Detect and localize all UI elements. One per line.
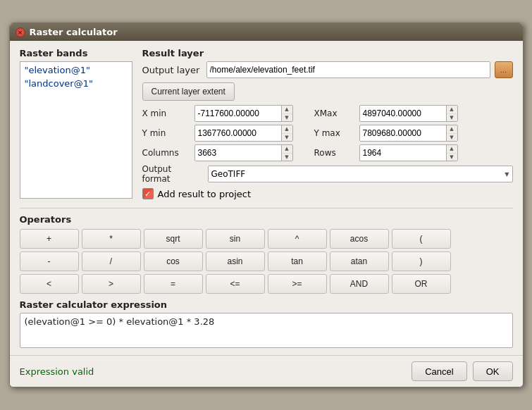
close-button[interactable]: × xyxy=(16,27,25,37)
op-lt[interactable]: < xyxy=(20,274,79,294)
rows-arrows: ▲ ▼ xyxy=(446,144,457,161)
output-layer-row: Output layer … xyxy=(142,61,513,78)
op-or[interactable]: OR xyxy=(392,274,451,294)
ymax-arrows: ▲ ▼ xyxy=(446,125,457,142)
divider-1 xyxy=(20,208,513,209)
operators-label: Operators xyxy=(20,214,513,225)
op-sin[interactable]: sin xyxy=(206,229,265,249)
op-multiply[interactable]: * xyxy=(82,229,141,249)
raster-bands-panel: Raster bands "elevation@1" "landcover@1" xyxy=(20,48,132,202)
add-result-row: ✓ Add result to project xyxy=(142,188,513,199)
op-cos[interactable]: cos xyxy=(144,251,203,271)
operators-section: Operators + * sqrt sin ^ acos ( - / cos … xyxy=(20,214,513,294)
ymax-down[interactable]: ▼ xyxy=(447,134,457,142)
op-atan[interactable]: atan xyxy=(330,251,389,271)
columns-up[interactable]: ▲ xyxy=(282,144,292,154)
ymin-down[interactable]: ▼ xyxy=(282,134,292,142)
expression-label: Raster calculator expression xyxy=(20,299,513,310)
op-caret[interactable]: ^ xyxy=(268,229,327,249)
op-gte[interactable]: >= xyxy=(268,274,327,294)
ymin-spinbox[interactable]: ▲ ▼ xyxy=(194,125,293,142)
format-row: Output format GeoTIFF ▼ xyxy=(142,164,513,184)
xmax-input[interactable] xyxy=(360,108,446,118)
ycoord-row: Y min ▲ ▼ Y max ▲ ▼ xyxy=(142,125,513,142)
rows-input[interactable] xyxy=(360,148,446,158)
xmax-spinbox[interactable]: ▲ ▼ xyxy=(359,105,458,122)
band-item-1[interactable]: "elevation@1" xyxy=(22,63,130,77)
op-acos[interactable]: acos xyxy=(330,229,389,249)
xmax-down[interactable]: ▼ xyxy=(447,114,457,123)
columns-label: Columns xyxy=(142,148,192,158)
rows-spinbox[interactable]: ▲ ▼ xyxy=(359,144,458,161)
output-path-input[interactable] xyxy=(206,61,490,78)
xmin-input[interactable] xyxy=(195,108,281,118)
band-list[interactable]: "elevation@1" "landcover@1" xyxy=(20,61,132,199)
xmax-label: XMax xyxy=(314,108,357,118)
add-result-checkbox[interactable]: ✓ xyxy=(142,188,154,199)
xmax-up[interactable]: ▲ xyxy=(447,105,457,114)
op-placeholder-3 xyxy=(454,274,513,294)
expression-section: Raster calculator expression (elevation@… xyxy=(20,299,513,348)
op-lte[interactable]: <= xyxy=(206,274,265,294)
ymax-input[interactable] xyxy=(360,128,446,138)
status-text: Expression valid xyxy=(20,366,94,377)
ymax-up[interactable]: ▲ xyxy=(447,125,457,134)
format-select[interactable]: GeoTIFF ▼ xyxy=(208,166,513,182)
result-layer-label: Result layer xyxy=(142,48,513,58)
op-asin[interactable]: asin xyxy=(206,251,265,271)
ymax-spinbox[interactable]: ▲ ▼ xyxy=(359,125,458,142)
raster-bands-label: Raster bands xyxy=(20,48,132,58)
op-close-paren[interactable]: ) xyxy=(392,251,451,271)
op-placeholder-2 xyxy=(454,251,513,271)
titlebar: × Raster calculator xyxy=(10,23,523,41)
op-tan[interactable]: tan xyxy=(268,251,327,271)
xmin-up[interactable]: ▲ xyxy=(282,105,292,114)
ok-button[interactable]: OK xyxy=(473,361,513,381)
browse-button[interactable]: … xyxy=(495,61,513,78)
xmin-label: X min xyxy=(142,108,192,118)
top-section: Raster bands "elevation@1" "landcover@1"… xyxy=(20,48,513,202)
columns-spinbox[interactable]: ▲ ▼ xyxy=(194,144,293,161)
op-minus[interactable]: - xyxy=(20,251,79,271)
expression-box[interactable]: (elevation@1 >= 0) * elevation@1 * 3.28 xyxy=(20,313,513,348)
extent-button[interactable]: Current layer extent xyxy=(142,82,235,101)
window-title: Raster calculator xyxy=(30,27,118,37)
ymax-label: Y max xyxy=(314,128,357,138)
result-section: Result layer Output layer … Current laye… xyxy=(142,48,513,202)
op-eq[interactable]: = xyxy=(144,274,203,294)
op-open-paren[interactable]: ( xyxy=(392,229,451,249)
format-value: GeoTIFF xyxy=(211,169,246,179)
op-divide[interactable]: / xyxy=(82,251,141,271)
xmin-down[interactable]: ▼ xyxy=(282,114,292,123)
colrow-row: Columns ▲ ▼ Rows ▲ ▼ xyxy=(142,144,513,161)
select-arrow-icon: ▼ xyxy=(505,171,509,178)
op-placeholder-1 xyxy=(454,229,513,249)
op-gt[interactable]: > xyxy=(82,274,141,294)
rows-down[interactable]: ▼ xyxy=(447,154,457,162)
columns-input[interactable] xyxy=(195,148,281,158)
xcoord-row: X min ▲ ▼ XMax ▲ ▼ xyxy=(142,105,513,122)
rows-up[interactable]: ▲ xyxy=(447,144,457,154)
format-label: Output format xyxy=(142,164,202,184)
rows-label: Rows xyxy=(314,148,357,158)
action-buttons: Cancel OK xyxy=(412,361,512,381)
ymin-arrows: ▲ ▼ xyxy=(281,125,292,142)
columns-arrows: ▲ ▼ xyxy=(281,144,292,161)
cancel-button[interactable]: Cancel xyxy=(412,361,466,381)
op-and[interactable]: AND xyxy=(330,274,389,294)
ymin-input[interactable] xyxy=(195,128,281,138)
op-plus[interactable]: + xyxy=(20,229,79,249)
xmin-arrows: ▲ ▼ xyxy=(281,105,292,122)
op-sqrt[interactable]: sqrt xyxy=(144,229,203,249)
bottom-bar: Expression valid Cancel OK xyxy=(10,355,523,387)
xmin-spinbox[interactable]: ▲ ▼ xyxy=(194,105,293,122)
xmax-arrows: ▲ ▼ xyxy=(446,105,457,122)
band-item-2[interactable]: "landcover@1" xyxy=(22,77,130,90)
output-layer-label: Output layer xyxy=(142,65,202,75)
ymin-up[interactable]: ▲ xyxy=(282,125,292,134)
main-content: Raster bands "elevation@1" "landcover@1"… xyxy=(10,41,523,355)
operators-grid: + * sqrt sin ^ acos ( - / cos asin tan a… xyxy=(20,229,513,294)
raster-calculator-window: × Raster calculator Raster bands "elevat… xyxy=(9,23,524,387)
ymin-label: Y min xyxy=(142,128,192,138)
columns-down[interactable]: ▼ xyxy=(282,154,292,162)
